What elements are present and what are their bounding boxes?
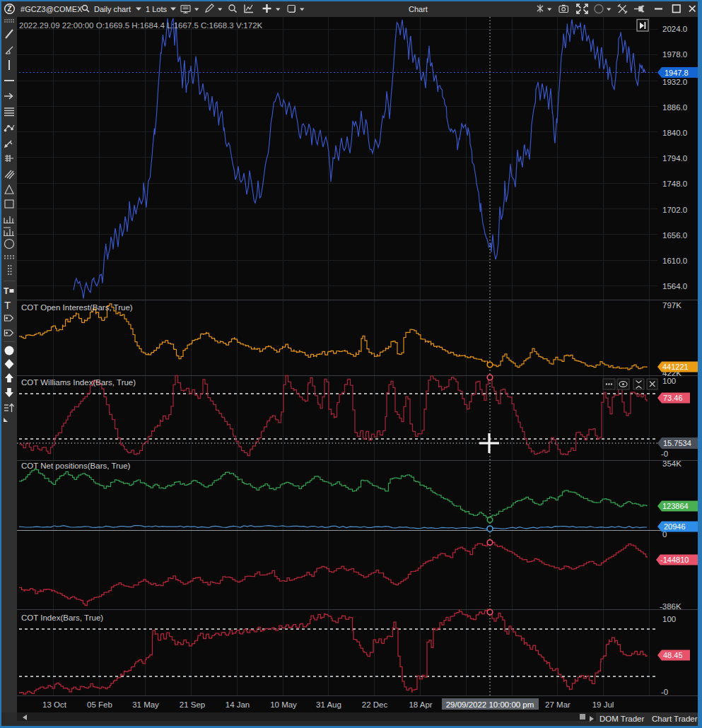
svg-text:05 Feb: 05 Feb [87, 700, 112, 709]
svg-text:1840.0: 1840.0 [662, 129, 687, 137]
svg-text:354K: 354K [662, 459, 681, 468]
svg-text:1794.0: 1794.0 [662, 154, 687, 163]
svg-text:COT Williams Index(Bars, True): COT Williams Index(Bars, True) [21, 378, 136, 387]
svg-text:18 Apr: 18 Apr [409, 700, 432, 709]
svg-text:2022.29.09 22:00:00 O:1669.5 H: 2022.29.09 22:00:00 O:1669.5 H:1684.4 L:… [19, 21, 263, 30]
svg-text:1564.0: 1564.0 [662, 282, 687, 290]
svg-text:Daily chart: Daily chart [94, 5, 131, 13]
svg-text:100: 100 [662, 377, 676, 385]
svg-text:-0: -0 [661, 688, 668, 696]
svg-text:797K: 797K [662, 301, 681, 310]
svg-text:1 Lots: 1 Lots [146, 5, 167, 13]
svg-text:14 Jan: 14 Jan [226, 700, 250, 709]
svg-text:100: 100 [662, 615, 676, 623]
svg-text:21 Sep: 21 Sep [180, 700, 205, 709]
svg-text:20946: 20946 [664, 522, 686, 531]
svg-text:1656.0: 1656.0 [662, 231, 687, 240]
svg-text:T: T [4, 286, 9, 296]
svg-text:-386K: -386K [660, 602, 681, 611]
svg-text:48.45: 48.45 [663, 651, 683, 659]
svg-text:31 Aug: 31 Aug [316, 700, 341, 709]
svg-text:1886.0: 1886.0 [662, 103, 687, 112]
svg-text:T: T [4, 299, 11, 311]
svg-text:COT Open Interest(Bars, True): COT Open Interest(Bars, True) [21, 303, 133, 312]
svg-text:Z: Z [7, 5, 11, 13]
svg-text:1978.0: 1978.0 [662, 50, 687, 59]
svg-text:-0: -0 [661, 450, 668, 458]
svg-text:-144810: -144810 [660, 556, 689, 564]
svg-text:Chart: Chart [409, 5, 428, 13]
svg-text:22 Dec: 22 Dec [362, 700, 388, 709]
svg-text:19 Jul: 19 Jul [592, 700, 614, 709]
svg-text:#GCZ3@COMEX: #GCZ3@COMEX [21, 5, 83, 13]
svg-text:13 Oct: 13 Oct [42, 700, 67, 709]
svg-text:COT Index(Bars, True): COT Index(Bars, True) [21, 613, 103, 622]
svg-text:15.7534: 15.7534 [663, 439, 691, 447]
svg-text:2024.0: 2024.0 [662, 25, 687, 33]
svg-text:73.46: 73.46 [663, 394, 683, 402]
svg-text:1702.0: 1702.0 [662, 206, 687, 214]
svg-text:31 May: 31 May [132, 700, 159, 709]
svg-text:1748.0: 1748.0 [662, 180, 687, 188]
svg-text:1947.8: 1947.8 [665, 69, 689, 77]
svg-text:1932.0: 1932.0 [662, 78, 687, 86]
svg-text:1610.0: 1610.0 [662, 257, 687, 265]
svg-text:10 May: 10 May [270, 700, 297, 709]
svg-text:COT Net positions(Bars, True): COT Net positions(Bars, True) [21, 462, 131, 470]
svg-text:29/09/2022 10:00:00 pm: 29/09/2022 10:00:00 pm [446, 700, 534, 709]
svg-text:123864: 123864 [662, 502, 689, 510]
svg-text:27 Mar: 27 Mar [545, 700, 571, 709]
svg-text:441221: 441221 [662, 363, 689, 371]
